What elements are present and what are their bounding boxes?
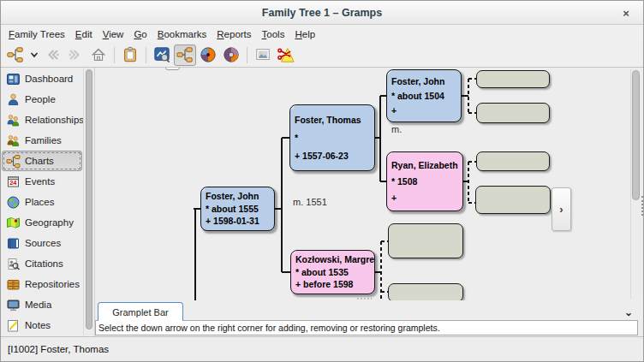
- person-name: Foster, John: [206, 191, 270, 201]
- fan-chart-icon: [200, 46, 217, 63]
- sidebar-item-places[interactable]: Places: [2, 192, 82, 212]
- sources-icon: [6, 236, 21, 251]
- image-export-icon[interactable]: [252, 45, 274, 66]
- gramplet-collapse-chevron-icon[interactable]: ⌄: [624, 307, 633, 317]
- person-birth: * 1508: [391, 176, 458, 187]
- person-box-kozlowski-margret[interactable]: Kozłowski, Margret * about 1535 + before…: [290, 250, 375, 294]
- chart-gramplet-icon[interactable]: [151, 45, 173, 66]
- close-icon[interactable]: ×: [619, 6, 633, 20]
- dashboard-icon: [6, 72, 21, 86]
- sidebar-item-notes[interactable]: Notes: [2, 315, 82, 335]
- fan-chart-descendant-icon[interactable]: [220, 45, 242, 66]
- clipboard-icon[interactable]: [119, 45, 141, 66]
- person-name: Ryan, Elizabeth: [391, 160, 458, 170]
- person-death: + 1557-06-23: [295, 151, 370, 161]
- sidebar-item-label: People: [25, 94, 56, 104]
- fan-chart-descendant-icon: [223, 46, 240, 63]
- canvas-scrollbar[interactable]: [630, 69, 641, 299]
- relationships-icon: [6, 113, 21, 128]
- fan-chart-icon[interactable]: [197, 45, 219, 66]
- toolbar-separator: [114, 47, 115, 63]
- sidebar-item-families[interactable]: Families: [2, 130, 82, 151]
- pedigree-view-icon[interactable]: [174, 45, 196, 66]
- sidebar-item-label: Repositories: [25, 279, 80, 289]
- home-icon[interactable]: [87, 45, 110, 66]
- unknown-person-box[interactable]: [388, 223, 463, 258]
- sidebar-item-citations[interactable]: Citations: [2, 253, 82, 274]
- repositories-icon: [6, 277, 21, 292]
- content-area: Dashboard People Rel: [1, 68, 643, 336]
- gramplet-bar-tab[interactable]: Gramplet Bar: [98, 302, 183, 321]
- sidebar-item-events[interactable]: 24 Events: [2, 171, 82, 192]
- menu-edit[interactable]: Edit: [70, 27, 98, 41]
- sidebar-item-label: Media: [25, 300, 51, 310]
- events-icon: 24: [6, 175, 21, 189]
- menu-help[interactable]: Help: [289, 27, 320, 41]
- home-icon: [90, 46, 107, 63]
- person-name: Foster, Thomas: [295, 115, 370, 125]
- sidebar-item-geography[interactable]: Geography: [2, 212, 82, 233]
- sidebar-item-label: Charts: [25, 156, 54, 166]
- sidebar-item-label: Families: [25, 135, 62, 145]
- statusbar: [I1002] Foster, Thomas: [1, 336, 643, 361]
- sidebar-item-label: Dashboard: [25, 74, 73, 84]
- toolbar-separator: [247, 47, 247, 63]
- sidebar-item-label: Notes: [25, 320, 51, 330]
- sidebar-item-relationships[interactable]: Relationships: [2, 110, 82, 130]
- gramplet-message-strip: Select the down arrow on the right corne…: [95, 320, 638, 335]
- menu-view[interactable]: View: [98, 27, 129, 41]
- person-box-foster-thomas[interactable]: Foster, Thomas * + 1557-06-23: [289, 104, 375, 171]
- unknown-person-box[interactable]: [475, 186, 551, 214]
- sidebar-item-charts[interactable]: Charts: [2, 151, 82, 171]
- sidebar-item-label: Citations: [25, 258, 63, 269]
- show-more-generations-button[interactable]: ›: [552, 187, 571, 231]
- chevron-down-icon: [30, 50, 39, 59]
- scissors-snapshot-icon[interactable]: [275, 45, 297, 66]
- person-birth: * about 1535: [295, 267, 370, 277]
- person-box-foster-john-1504[interactable]: Foster, John * about 1504 +: [386, 69, 462, 122]
- image-export-icon: [254, 46, 271, 63]
- back-arrow-icon: [44, 46, 61, 63]
- menu-go[interactable]: Go: [128, 27, 152, 41]
- window-title: Family Tree 1 – Gramps: [262, 7, 382, 19]
- person-birth: * about 1555: [206, 204, 270, 214]
- unknown-person-box[interactable]: [388, 283, 463, 300]
- sidebar-item-sources[interactable]: Sources: [2, 233, 82, 253]
- marriage-label: m.: [391, 124, 402, 134]
- geography-icon: [6, 216, 21, 230]
- person-death: +: [391, 193, 458, 203]
- gramplet-bar-tab-label: Gramplet Bar: [112, 307, 168, 317]
- pedigree-view-icon: [176, 46, 194, 63]
- sidebar-item-dashboard[interactable]: Dashboard: [2, 68, 82, 89]
- person-box-foster-john-1555[interactable]: Foster, John * about 1555 + 1598-01-31: [200, 187, 275, 231]
- active-person-status: [I1002] Foster, Thomas: [8, 344, 109, 354]
- unknown-person-box[interactable]: [476, 103, 550, 123]
- unknown-person-box[interactable]: [476, 151, 550, 171]
- sidebar-item-repositories[interactable]: Repositories: [2, 274, 82, 294]
- forward-arrow-icon[interactable]: [64, 45, 86, 66]
- person-death: +: [391, 105, 456, 116]
- gramplet-message-text: Select the down arrow on the right corne…: [98, 323, 440, 333]
- pedigree-canvas[interactable]: Foster, John * about 1555 + 1598-01-31 F…: [95, 68, 643, 300]
- sidebar-item-media[interactable]: Media: [2, 294, 82, 315]
- gramplet-bar: Gramplet Bar ⌄: [95, 300, 643, 320]
- back-arrow-icon[interactable]: [41, 45, 63, 66]
- person-box-ryan-elizabeth[interactable]: Ryan, Elizabeth * 1508 +: [386, 151, 463, 211]
- sidebar-item-label: Places: [25, 197, 55, 207]
- forward-arrow-icon: [67, 46, 84, 63]
- sidebar-scrollbar-thumb[interactable]: [86, 69, 92, 329]
- unknown-person-box[interactable]: [476, 70, 550, 88]
- sidebar-item-label: Geography: [25, 217, 74, 228]
- chevron-down-icon[interactable]: [27, 45, 40, 66]
- pane-grip-dots[interactable]: [641, 196, 643, 216]
- pedigree-tree-icon[interactable]: [4, 45, 27, 66]
- person-death: + 1598-01-31: [206, 216, 270, 226]
- sidebar-scrollbar[interactable]: [83, 68, 94, 336]
- toolbar: [1, 43, 643, 68]
- menu-reports[interactable]: Reports: [212, 27, 256, 41]
- menu-bookmarks[interactable]: Bookmarks: [152, 27, 212, 41]
- menu-family-trees[interactable]: Family Trees: [3, 27, 70, 41]
- sidebar-item-people[interactable]: People: [2, 89, 82, 110]
- canvas-scrollbar-thumb[interactable]: [632, 70, 640, 200]
- menu-tools[interactable]: Tools: [257, 27, 290, 41]
